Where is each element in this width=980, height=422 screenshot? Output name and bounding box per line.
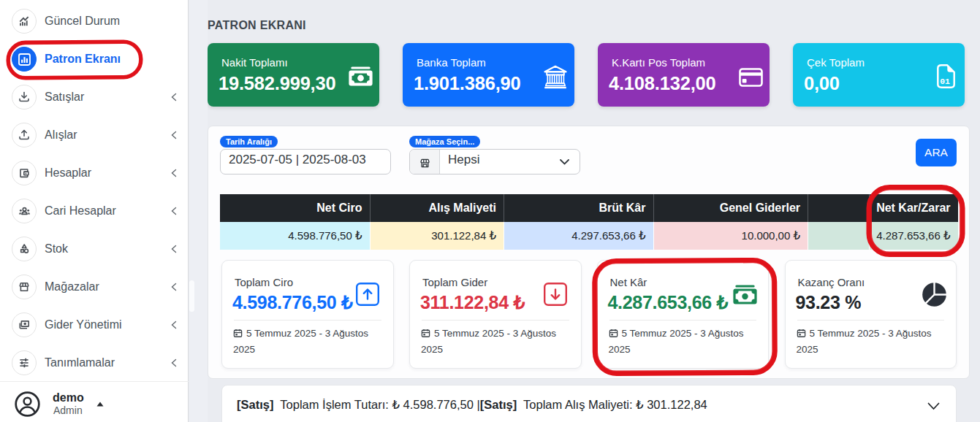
svg-text:01: 01 [940, 77, 950, 86]
